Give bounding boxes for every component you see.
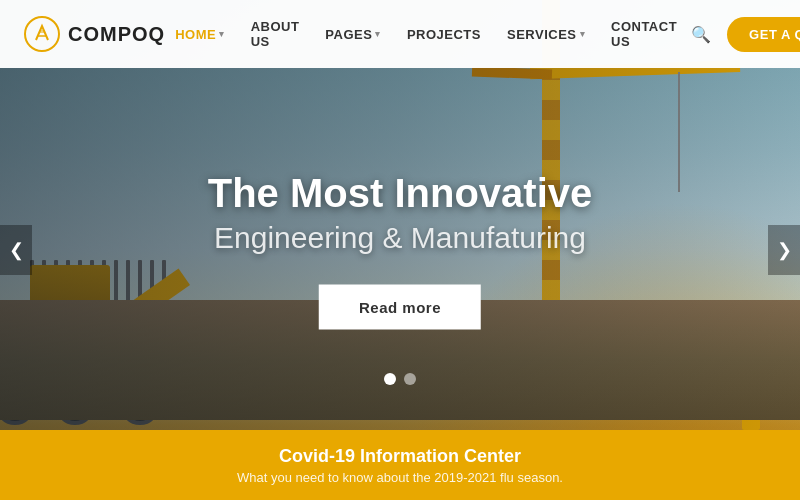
hero-title: The Most Innovative bbox=[208, 171, 593, 215]
logo-text: COMPOQ bbox=[68, 23, 165, 46]
nav-item-pages[interactable]: PAGES ▾ bbox=[315, 19, 391, 50]
nav-link-pages[interactable]: PAGES ▾ bbox=[315, 19, 391, 50]
nav-right: 🔍 GET A QUOTE bbox=[687, 17, 800, 52]
chevron-icon: ▾ bbox=[580, 29, 586, 39]
carousel-dot-2[interactable] bbox=[404, 373, 416, 385]
nav-link-contact[interactable]: CONTACT US bbox=[601, 11, 687, 57]
banner-title: Covid-19 Information Center bbox=[279, 446, 521, 467]
chevron-right-icon: ❯ bbox=[777, 239, 792, 261]
nav-item-about[interactable]: ABOUT US bbox=[241, 11, 310, 57]
carousel-next-button[interactable]: ❯ bbox=[768, 225, 800, 275]
read-more-button[interactable]: Read more bbox=[319, 285, 481, 330]
logo-area: COMPOQ bbox=[24, 16, 165, 52]
nav-link-services[interactable]: SERVICES ▾ bbox=[497, 19, 595, 50]
nav-link-about[interactable]: ABOUT US bbox=[241, 11, 310, 57]
hero-section: COMPOQ HOME ▾ ABOUT US PAGES ▾ PROJECTS bbox=[0, 0, 800, 500]
nav-links: HOME ▾ ABOUT US PAGES ▾ PROJECTS SERVICE… bbox=[165, 11, 687, 57]
nav-item-projects[interactable]: PROJECTS bbox=[397, 19, 491, 50]
hero-subtitle: Engineering & Manufaturing bbox=[208, 221, 593, 255]
carousel-prev-button[interactable]: ❮ bbox=[0, 225, 32, 275]
carousel-dots bbox=[384, 373, 416, 385]
nav-item-home[interactable]: HOME ▾ bbox=[165, 19, 235, 50]
nav-link-home[interactable]: HOME ▾ bbox=[165, 19, 235, 50]
carousel-dot-1[interactable] bbox=[384, 373, 396, 385]
search-icon: 🔍 bbox=[691, 26, 711, 43]
chevron-icon: ▾ bbox=[375, 29, 381, 39]
hero-content: The Most Innovative Engineering & Manufa… bbox=[208, 171, 593, 330]
search-button[interactable]: 🔍 bbox=[687, 21, 715, 48]
chevron-icon: ▾ bbox=[219, 29, 225, 39]
svg-point-0 bbox=[25, 17, 59, 51]
bottom-banner: Covid-19 Information Center What you nee… bbox=[0, 430, 800, 500]
logo-icon bbox=[24, 16, 60, 52]
navbar: COMPOQ HOME ▾ ABOUT US PAGES ▾ PROJECTS bbox=[0, 0, 800, 68]
chevron-left-icon: ❮ bbox=[9, 239, 24, 261]
nav-link-projects[interactable]: PROJECTS bbox=[397, 19, 491, 50]
svg-rect-1 bbox=[39, 30, 45, 33]
nav-item-contact[interactable]: CONTACT US bbox=[601, 11, 687, 57]
nav-item-services[interactable]: SERVICES ▾ bbox=[497, 19, 595, 50]
get-quote-button[interactable]: GET A QUOTE bbox=[727, 17, 800, 52]
banner-subtitle: What you need to know about the 2019-202… bbox=[237, 470, 563, 485]
